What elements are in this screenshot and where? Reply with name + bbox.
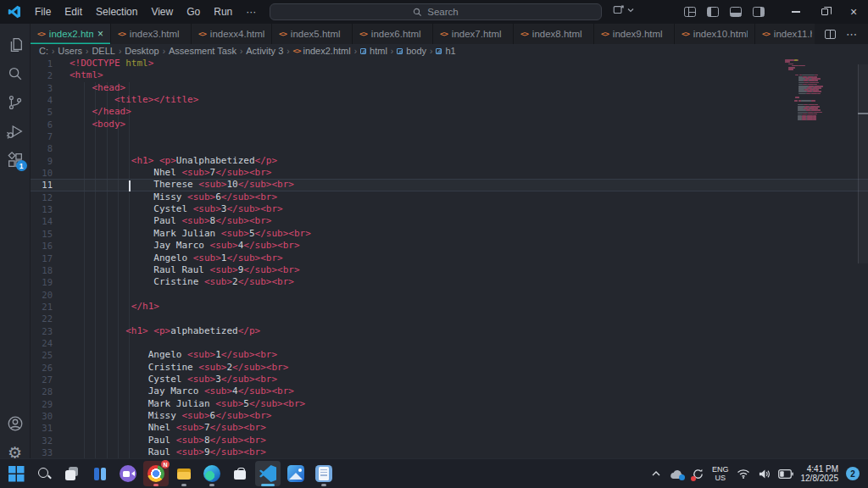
tab-index9.html[interactable]: <>index9.html	[594, 24, 675, 44]
settings-gear-icon[interactable]: ⚙	[0, 438, 31, 458]
code-line-5[interactable]: 5 </head>	[31, 106, 868, 118]
code-line-18[interactable]: 18 Raul Raul <sub>9</sub><br>	[31, 264, 868, 276]
taskbar-notepad-button[interactable]	[311, 461, 337, 486]
explorer-icon[interactable]	[0, 30, 31, 59]
code-line-12[interactable]: 12 Missy <sub>6</sub><br>	[31, 191, 868, 203]
restore-button[interactable]	[810, 0, 839, 24]
taskbar-task-view-button[interactable]	[59, 461, 85, 486]
code-line-31[interactable]: 31 Nhel <sub>7</sub><br>	[31, 422, 868, 434]
code-line-4[interactable]: 4 <title></title>	[31, 94, 868, 106]
language-indicator[interactable]: ENG US	[712, 465, 729, 482]
minimap[interactable]	[785, 59, 856, 120]
close-window-button[interactable]: ×	[839, 0, 868, 24]
more-actions-icon[interactable]: ⋯	[846, 28, 858, 41]
code-line-32[interactable]: 32 Paul <sub>8</sub><br>	[31, 435, 868, 446]
taskbar-store-button[interactable]	[227, 461, 253, 486]
code-line-7[interactable]: 7	[31, 130, 868, 142]
code-line-17[interactable]: 17 Angelo <sub>1</sub><br>	[31, 252, 868, 264]
taskbar-search-button[interactable]	[31, 461, 57, 486]
breadcrumb-item[interactable]: index2.html	[303, 46, 350, 56]
volume-icon[interactable]	[758, 469, 771, 480]
code-line-16[interactable]: 16 Jay Marco <sub>4</sub><br>	[31, 240, 868, 252]
onedrive-icon[interactable]	[669, 469, 684, 480]
menu-item-view[interactable]: View	[144, 6, 180, 18]
tab-index2.html[interactable]: <>index2.html×	[31, 24, 111, 44]
code-line-22[interactable]: 22	[31, 313, 868, 324]
taskbar-start-button[interactable]	[3, 461, 29, 486]
toggle-sidebar-icon[interactable]	[707, 7, 719, 17]
breadcrumb-item[interactable]: h1	[445, 46, 455, 56]
taskbar-video-app-button[interactable]	[115, 461, 141, 486]
breadcrumb-item[interactable]: Users	[58, 46, 82, 56]
breadcrumb-item[interactable]: html	[370, 46, 387, 56]
split-editor-icon[interactable]	[825, 30, 836, 39]
menu-item-edit[interactable]: Edit	[58, 6, 89, 18]
tab-indexx4.html[interactable]: <>indexx4.html	[192, 24, 272, 44]
code-line-8[interactable]: 8	[31, 142, 868, 154]
code-line-26[interactable]: 26 Cristine <sub>2</sub><br>	[31, 362, 868, 374]
code-line-15[interactable]: 15 Mark Julian <sub>5</sub><br>	[31, 228, 868, 240]
breadcrumb-item[interactable]: Activity 3	[246, 46, 283, 56]
toggle-panel-icon[interactable]	[730, 7, 742, 17]
hidden-icons-chevron-icon[interactable]	[651, 469, 661, 478]
code-line-14[interactable]: 14 Paul <sub>8</sub><br>	[31, 215, 868, 227]
code-line-19[interactable]: 19 Cristine <sub>2</sub><br>	[31, 276, 868, 288]
tab-index7.html[interactable]: <>index7.html	[433, 24, 514, 44]
tab-index10.html[interactable]: <>index10.html	[675, 24, 755, 44]
extensions-icon[interactable]: 1	[0, 146, 31, 175]
tab-index6.html[interactable]: <>index6.html	[353, 24, 433, 44]
taskbar-blue-panels-app-button[interactable]	[87, 461, 113, 486]
run-debug-icon[interactable]	[0, 117, 31, 146]
code-line-11[interactable]: 11 Therese <sub>10</sub><br>	[31, 179, 868, 191]
taskbar-file-explorer-button[interactable]	[171, 461, 197, 486]
code-line-24[interactable]: 24	[31, 337, 868, 349]
toggle-secondary-sidebar-icon[interactable]	[753, 7, 765, 17]
breadcrumb-item[interactable]: Assesment Task	[169, 46, 236, 56]
code-line-28[interactable]: 28 Jay Marco <sub>4</sub><br>	[31, 385, 868, 397]
breadcrumb-item[interactable]: body	[406, 46, 426, 56]
breadcrumb-item[interactable]: C:	[39, 46, 48, 56]
taskbar-edge-button[interactable]	[199, 461, 225, 486]
wifi-icon[interactable]	[737, 469, 750, 479]
update-restart-icon[interactable]	[692, 468, 704, 480]
menu-item-more[interactable]: ···	[239, 6, 263, 18]
code-line-13[interactable]: 13 Cystel <sub>3</sub><br>	[31, 203, 868, 215]
code-editor[interactable]: 1<!DOCTYPE html>2<html>3 <head>4 <title>…	[31, 58, 868, 458]
scrollbar-slider[interactable]	[858, 64, 868, 263]
account-icon[interactable]	[0, 409, 31, 438]
tab-index11.ht[interactable]: <>index11.ht	[755, 24, 815, 44]
tab-index5.html[interactable]: <>index5.html	[272, 24, 353, 44]
code-line-25[interactable]: 25 Angelo <sub>1</sub><br>	[31, 349, 868, 361]
editor-scrollbar[interactable]	[858, 58, 868, 458]
close-tab-icon[interactable]: ×	[97, 28, 103, 40]
tab-index8.html[interactable]: <>index8.html	[514, 24, 594, 44]
battery-icon[interactable]	[778, 469, 793, 479]
menu-item-go[interactable]: Go	[180, 6, 207, 18]
clock[interactable]: 4:41 PM 12/8/2025	[801, 464, 839, 484]
code-line-6[interactable]: 6 <body>	[31, 119, 868, 130]
breadcrumb-item[interactable]: Desktop	[125, 46, 159, 56]
code-line-20[interactable]: 20	[31, 289, 868, 301]
source-control-icon[interactable]	[0, 88, 31, 117]
breadcrumb-item[interactable]: DELL	[92, 46, 115, 56]
taskbar-vscode-button[interactable]	[255, 461, 281, 486]
minimize-button[interactable]	[782, 0, 810, 24]
code-line-9[interactable]: 9 <h1> <p>Unalphabetized</p>	[31, 155, 868, 167]
new-window-button[interactable]	[612, 4, 634, 16]
code-line-2[interactable]: 2<html>	[31, 69, 868, 81]
code-line-33[interactable]: 33 Raul <sub>9</sub><br>	[31, 446, 868, 458]
search-input[interactable]: Search	[270, 3, 602, 20]
code-line-3[interactable]: 3 <head>	[31, 82, 868, 94]
code-line-27[interactable]: 27 Cystel <sub>3</sub><br>	[31, 374, 868, 385]
code-line-29[interactable]: 29 Mark Julian <sub>5</sub><br>	[31, 398, 868, 410]
code-line-10[interactable]: 10 Nhel <sub>7</sub><br>	[31, 167, 868, 179]
taskbar-photos-button[interactable]	[283, 461, 309, 486]
customize-layout-icon[interactable]	[684, 7, 696, 17]
taskbar-chrome-button[interactable]: N	[143, 461, 169, 486]
code-line-1[interactable]: 1<!DOCTYPE html>	[31, 58, 868, 69]
notification-count-badge[interactable]: 2	[846, 467, 860, 480]
code-line-21[interactable]: 21 </h1>	[31, 301, 868, 313]
menu-item-file[interactable]: File	[28, 6, 58, 18]
menu-item-run[interactable]: Run	[207, 6, 239, 18]
menu-item-selection[interactable]: Selection	[89, 6, 144, 18]
